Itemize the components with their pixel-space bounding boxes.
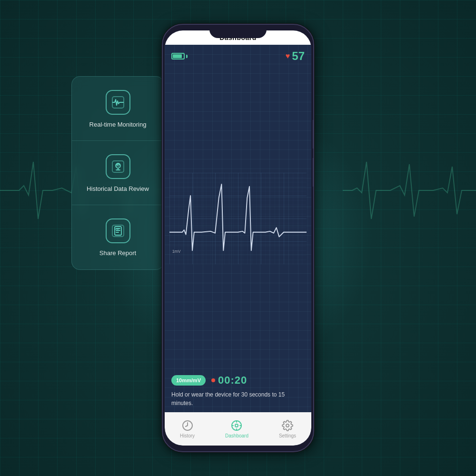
battery-body — [171, 53, 185, 60]
battery-indicator — [171, 53, 188, 60]
waveform-icon — [111, 96, 125, 109]
timer-value: 00:20 — [218, 374, 247, 387]
historical-icon-container: AI — [106, 154, 130, 179]
scale-badge[interactable]: 10mm/mV — [171, 375, 206, 386]
ecg-chart: 1mV — [165, 67, 311, 370]
timer-dot — [211, 378, 215, 382]
controls-row: 10mm/mV 00:20 — [171, 374, 305, 387]
svg-text:PDF: PDF — [115, 228, 119, 230]
feature-panel: Real-time Monitoring AI Historical Data … — [71, 76, 164, 270]
ecg-waveform: 1mV — [169, 166, 307, 271]
realtime-label: Real-time Monitoring — [89, 120, 147, 129]
screen-topbar: ♥ 57 — [165, 45, 311, 67]
historical-label: Historical Data Review — [87, 185, 149, 193]
svg-point-22 — [286, 424, 289, 427]
svg-text:AI: AI — [116, 164, 119, 167]
heart-rate-value: 57 — [292, 50, 305, 63]
timer-display: 00:20 — [211, 374, 247, 387]
feature-share[interactable]: PDF Share Report — [72, 205, 164, 269]
svg-text:1mV: 1mV — [172, 249, 181, 254]
share-label: Share Report — [99, 249, 136, 258]
heart-rate-display: ♥ 57 — [286, 50, 305, 63]
ai-icon: AI — [111, 160, 125, 173]
dashboard-icon — [231, 420, 242, 431]
battery-tip — [186, 55, 188, 58]
screen-controls: 10mm/mV 00:20 Hold or wear the device fo… — [165, 370, 311, 412]
heart-icon: ♥ — [286, 52, 290, 60]
settings-icon — [282, 420, 293, 431]
history-icon — [182, 420, 193, 431]
phone-button-right1 — [313, 120, 314, 149]
phone-button-right2 — [313, 158, 314, 187]
bottom-nav: History Dashboard Settings — [165, 412, 311, 446]
pdf-icon: PDF — [111, 224, 125, 238]
svg-rect-13 — [169, 173, 307, 264]
nav-settings-label: Settings — [279, 433, 296, 438]
nav-dashboard-label: Dashboard — [225, 433, 248, 438]
instruction-text: Hold or wear the device for 30 seconds t… — [171, 390, 305, 407]
screen-body: ♥ 57 — [165, 45, 311, 412]
nav-settings[interactable]: Settings — [271, 417, 304, 441]
phone-notch — [209, 25, 267, 38]
nav-dashboard[interactable]: Dashboard — [218, 417, 256, 441]
phone-screen: Dashboard ♥ 57 — [165, 30, 311, 446]
feature-historical[interactable]: AI Historical Data Review — [72, 141, 164, 205]
share-icon-container: PDF — [106, 218, 130, 243]
phone-frame: Dashboard ♥ 57 — [162, 24, 314, 452]
ecg-bg-right — [343, 143, 476, 238]
svg-point-17 — [235, 424, 238, 427]
battery-fill — [173, 54, 182, 58]
feature-realtime[interactable]: Real-time Monitoring — [72, 77, 164, 141]
realtime-icon-container — [106, 90, 130, 115]
nav-history[interactable]: History — [172, 417, 202, 441]
nav-history-label: History — [180, 433, 195, 438]
